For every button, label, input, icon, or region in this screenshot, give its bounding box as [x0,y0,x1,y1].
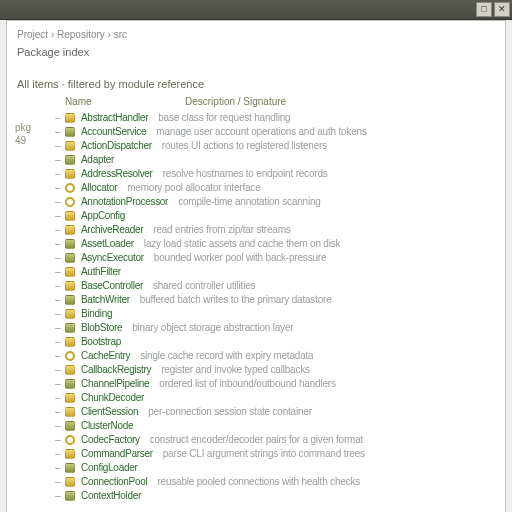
item-name: ChannelPipeline [81,377,149,391]
list-item[interactable]: –Adapter [51,153,499,167]
list-item[interactable]: –ConnectionPoolreusable pooled connectio… [51,475,499,489]
gold-icon [65,113,75,123]
item-name: ClusterNode [81,419,133,433]
breadcrumb[interactable]: Project › Repository › src [17,29,495,40]
maximize-button[interactable]: □ [476,2,492,17]
tree-dash-icon: – [51,349,65,363]
item-name: ChunkDecoder [81,391,144,405]
olive-icon [65,295,75,305]
list-item[interactable]: –AuthFilter [51,265,499,279]
item-description: binary object storage abstraction layer [132,321,293,335]
list-item[interactable]: –BlobStorebinary object storage abstract… [51,321,499,335]
list-item[interactable]: –Allocatormemory pool allocator interfac… [51,181,499,195]
tree-dash-icon: – [51,251,65,265]
item-name: AuthFilter [81,265,121,279]
close-button[interactable]: ✕ [494,2,510,17]
tree-dash-icon: – [51,139,65,153]
list-item[interactable]: –CodecFactoryconstruct encoder/decoder p… [51,433,499,447]
column-name[interactable]: Name [65,96,175,107]
item-description: bounded worker pool with back-pressure [154,251,327,265]
olive-icon [65,463,75,473]
column-description[interactable]: Description / Signature [185,96,286,107]
list-item[interactable]: –AssetLoaderlazy load static assets and … [51,237,499,251]
olive-icon [65,421,75,431]
list-item[interactable]: –AbstractHandlerbase class for request h… [51,111,499,125]
gold-icon [65,211,75,221]
tree-dash-icon: – [51,419,65,433]
item-description: buffered batch writes to the primary dat… [140,293,332,307]
list-item[interactable]: –BaseControllershared controller utiliti… [51,279,499,293]
gold-icon [65,449,75,459]
list-item[interactable]: –BatchWriterbuffered batch writes to the… [51,293,499,307]
list-item[interactable]: –ChunkDecoder [51,391,499,405]
tree-dash-icon: – [51,125,65,139]
item-name: ClientSession [81,405,138,419]
item-name: CodecFactory [81,433,140,447]
item-name: ActionDispatcher [81,139,152,153]
item-name: AnnotationProcessor [81,195,168,209]
item-description: per-connection session state container [148,405,312,419]
side-label-count: 49 [15,135,51,146]
list-item[interactable]: –ClientSessionper-connection session sta… [51,405,499,419]
item-description: resolve hostnames to endpoint records [163,167,328,181]
list-item[interactable]: –AddressResolverresolve hostnames to end… [51,167,499,181]
tree-dash-icon: – [51,167,65,181]
list-item[interactable]: –ChannelPipelineordered list of inbound/… [51,377,499,391]
item-description: shared controller utilities [153,279,255,293]
gold-icon [65,169,75,179]
side-label-pkg: pkg [15,122,51,133]
list-item[interactable]: –CacheEntrysingle cache record with expi… [51,349,499,363]
tree-dash-icon: – [51,111,65,125]
item-name: AsyncExecutor [81,251,144,265]
tree-dash-icon: – [51,377,65,391]
list-item[interactable]: –ConfigLoader [51,461,499,475]
list-item[interactable]: –Bootstrap [51,335,499,349]
item-name: BlobStore [81,321,122,335]
list-item[interactable]: –ClusterNode [51,419,499,433]
item-description: parse CLI argument strings into command … [163,447,365,461]
item-description: ordered list of inbound/outbound handler… [159,377,335,391]
tree-dash-icon: – [51,181,65,195]
list-item[interactable]: –AnnotationProcessorcompile-time annotat… [51,195,499,209]
tree-dash-icon: – [51,237,65,251]
list-item[interactable]: –CommandParserparse CLI argument strings… [51,447,499,461]
tree-dash-icon: – [51,153,65,167]
ring-icon [65,197,75,207]
header: Project › Repository › src Package index [7,21,505,64]
item-description: reusable pooled connections with health … [157,475,360,489]
item-name: ConnectionPool [81,475,147,489]
ring-icon [65,183,75,193]
item-name: CacheEntry [81,349,130,363]
titlebar: □ ✕ [0,0,512,20]
item-name: AssetLoader [81,237,134,251]
header-subtitle: Package index [17,46,495,58]
tree-dash-icon: – [51,265,65,279]
item-name: AbstractHandler [81,111,148,125]
item-description: compile-time annotation scanning [178,195,321,209]
list-item[interactable]: –ArchiveReaderread entries from zip/tar … [51,223,499,237]
item-description: routes UI actions to registered listener… [162,139,327,153]
tree-dash-icon: – [51,391,65,405]
list-item[interactable]: –ContextHolder [51,489,499,503]
list-item[interactable]: –AppConfig [51,209,499,223]
olive-icon [65,239,75,249]
item-name: Adapter [81,153,114,167]
list-item[interactable]: –ActionDispatcherroutes UI actions to re… [51,139,499,153]
item-name: CallbackRegistry [81,363,151,377]
tree-dash-icon: – [51,223,65,237]
gold-icon [65,281,75,291]
item-name: AddressResolver [81,167,153,181]
item-name: CommandParser [81,447,153,461]
tree-dash-icon: – [51,335,65,349]
list-item[interactable]: –Binding [51,307,499,321]
item-name: AppConfig [81,209,125,223]
item-description: single cache record with expiry metadata [140,349,313,363]
item-description: register and invoke typed callbacks [161,363,310,377]
item-description: construct encoder/decoder pairs for a gi… [150,433,363,447]
list-item[interactable]: –AccountServicemanage user account opera… [51,125,499,139]
item-name: BaseController [81,279,143,293]
ring-icon [65,435,75,445]
list-item[interactable]: –CallbackRegistryregister and invoke typ… [51,363,499,377]
item-name: ArchiveReader [81,223,143,237]
list-item[interactable]: –AsyncExecutorbounded worker pool with b… [51,251,499,265]
